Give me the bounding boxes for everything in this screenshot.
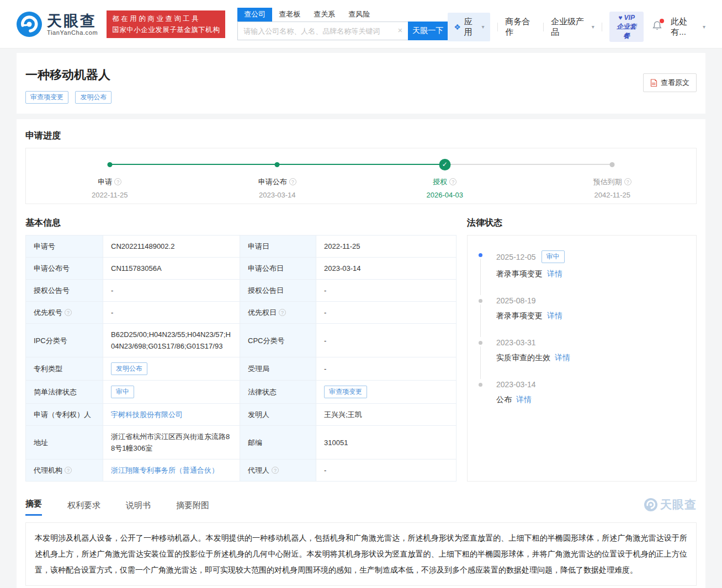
row-value: - <box>316 280 456 302</box>
vip-badge[interactable]: ♥ VIP 企业套餐 <box>609 12 644 42</box>
legal-item: 2025-08-19 著录事项变更详情 <box>479 296 687 338</box>
table-row: 地址 浙江省杭州市滨江区西兴街道东流路88号1幢306室 邮编 310051 <box>26 426 456 459</box>
row-value: - <box>316 324 456 357</box>
row-value: 发明公布 <box>103 357 240 381</box>
legal-text: 著录事项变更 <box>496 311 543 320</box>
apps-label: 应用 <box>464 17 479 38</box>
detail-link[interactable]: 详情 <box>555 353 570 362</box>
step-dot <box>275 162 280 167</box>
clear-icon[interactable]: × <box>397 25 402 35</box>
search-tab-company[interactable]: 查公司 <box>237 8 272 22</box>
table-row: 申请号 CN202211489002.2 申请日 2022-11-25 <box>26 236 456 258</box>
tab-description[interactable]: 说明书 <box>126 500 151 516</box>
table-row: IPC分类号 B62D25/00;H04N23/55;H04N23/57;H04… <box>26 324 456 357</box>
status-tag[interactable]: 审中 <box>111 386 134 398</box>
row-label: 专利类型 <box>26 357 103 381</box>
bell-icon[interactable] <box>652 20 662 33</box>
detail-link[interactable]: 详情 <box>547 311 562 320</box>
progress-step-apply: 申请? 2022-11-25 <box>26 148 194 204</box>
chevron-down-icon: ▾ <box>481 24 484 30</box>
search-block: 查公司 查老板 查关系 查风险 × 天眼一下 <box>237 8 448 40</box>
applicant-link[interactable]: 宇树科技股份有限公司 <box>111 410 183 419</box>
search-input[interactable] <box>237 22 408 40</box>
view-original-button[interactable]: 查看原文 <box>643 73 697 92</box>
basic-info-heading: 基本信息 <box>25 217 456 228</box>
row-label: 发明人 <box>240 404 316 426</box>
search-button[interactable]: 天眼一下 <box>408 22 448 40</box>
nav-enterprise[interactable]: 企业级产品 ▾ <box>551 17 594 38</box>
step-label: 申请公布 <box>258 178 287 186</box>
basic-info-table: 申请号 CN202211489002.2 申请日 2022-11-25 申请公布… <box>25 235 456 482</box>
vip-line2: 企业套餐 <box>614 22 639 40</box>
chevron-down-icon: ▾ <box>592 24 594 30</box>
nav-cooperation[interactable]: 商务合作 <box>505 17 536 38</box>
row-value: 浙江省杭州市滨江区西兴街道东流路88号1幢306室 <box>103 426 240 459</box>
legal-dot <box>479 341 482 345</box>
step-dot <box>610 162 615 167</box>
search-tab-boss[interactable]: 查老板 <box>272 8 307 22</box>
legal-date: 2025-12-05 <box>496 253 536 261</box>
eye-logo-icon <box>644 498 657 511</box>
eye-logo-icon <box>17 12 42 37</box>
help-icon[interactable]: ? <box>65 309 72 316</box>
legal-status-tag: 审中 <box>542 250 565 263</box>
tab-abstract-figure[interactable]: 摘要附图 <box>176 500 209 516</box>
row-label: 授权公告号 <box>26 280 103 302</box>
row-value: 浙江翔隆专利事务所（普通合伙） <box>103 459 240 482</box>
help-icon[interactable]: ? <box>114 178 121 185</box>
row-value: 宇树科技股份有限公司 <box>103 404 240 426</box>
step-date: 2026-04-03 <box>361 191 529 199</box>
search-tab-risk[interactable]: 查风险 <box>342 8 376 22</box>
tab-abstract[interactable]: 摘要 <box>25 499 42 516</box>
tab-claims[interactable]: 权利要求 <box>67 500 100 516</box>
row-value: 王兴兴;王凯 <box>316 404 456 426</box>
nav-apps-button[interactable]: ❖ 应用 ▾ <box>448 13 490 41</box>
legal-date: 2023-03-14 <box>496 380 536 389</box>
progress-step-grant: ✓ 授权? 2026-04-03 <box>361 148 529 204</box>
legal-text: 公布 <box>496 395 512 404</box>
chevron-down-icon: ▾ <box>703 24 705 30</box>
row-label: 申请号 <box>26 236 103 258</box>
progress-timeline: 申请? 2022-11-25 申请公布? 2023-03-14 ✓ 授权? 20… <box>25 148 697 204</box>
tianyancha-logo[interactable]: 天眼查 TianYanCha.com <box>17 12 98 37</box>
divider <box>543 23 544 31</box>
basic-info-section: 基本信息 申请号 CN202211489002.2 申请日 2022-11-25… <box>25 217 456 482</box>
help-icon[interactable]: ? <box>279 309 286 316</box>
progress-step-expire: 预估到期? 2042-11-25 <box>529 148 697 204</box>
help-icon[interactable]: ? <box>624 178 631 185</box>
progress-step-publish: 申请公布? 2023-03-14 <box>194 148 362 204</box>
detail-link[interactable]: 详情 <box>516 395 532 404</box>
header-nav: ❖ 应用 ▾ 商务合作 企业级产品 ▾ ♥ VIP 企业套餐 此处有... ▾ <box>448 6 705 42</box>
row-value: 2023-03-14 <box>316 258 456 280</box>
step-label: 预估到期 <box>593 178 622 186</box>
nav-more[interactable]: 此处有... ▾ <box>671 17 705 38</box>
legal-text: 著录事项变更 <box>496 269 543 278</box>
legal-status-heading: 法律状态 <box>467 217 697 228</box>
agency-link[interactable]: 浙江翔隆专利事务所（普通合伙） <box>111 466 219 474</box>
legal-date: 2025-08-19 <box>496 296 536 305</box>
row-value: 2022-11-25 <box>316 236 456 258</box>
title-tags: 审查项变更 发明公布 <box>25 91 697 104</box>
help-icon[interactable]: ? <box>289 178 296 185</box>
help-icon[interactable]: ? <box>272 467 279 474</box>
legal-connector <box>480 346 481 379</box>
help-icon[interactable]: ? <box>65 467 72 474</box>
abstract-text: 本发明涉及机器人设备，公开了一种移动机器人。本发明提供的一种移动机器人，包括机身… <box>35 533 687 574</box>
status-tag[interactable]: 审查项变更 <box>324 386 367 398</box>
row-value: - <box>316 459 456 482</box>
patent-type-tag[interactable]: 发明公布 <box>111 362 147 375</box>
detail-link[interactable]: 详情 <box>547 269 562 278</box>
table-row: 申请（专利权）人 宇树科技股份有限公司 发明人 王兴兴;王凯 <box>26 404 456 426</box>
brand-text: 天眼查 <box>47 13 98 29</box>
patent-type-tag: 发明公布 <box>75 91 112 104</box>
legal-status-panel: 2025-12-05 审中 著录事项变更详情 2025-08-19 著录事项变更… <box>467 235 697 482</box>
step-date: 2042-11-25 <box>529 191 697 199</box>
search-tab-relation[interactable]: 查关系 <box>307 8 342 22</box>
help-icon[interactable]: ? <box>449 178 456 185</box>
row-label: 优先权日? <box>240 302 316 324</box>
step-check-icon: ✓ <box>439 159 450 170</box>
row-value: - <box>103 302 240 324</box>
vip-line1: ♥ VIP <box>614 13 639 22</box>
row-value: - <box>103 280 240 302</box>
row-label: 受理局 <box>240 357 316 381</box>
